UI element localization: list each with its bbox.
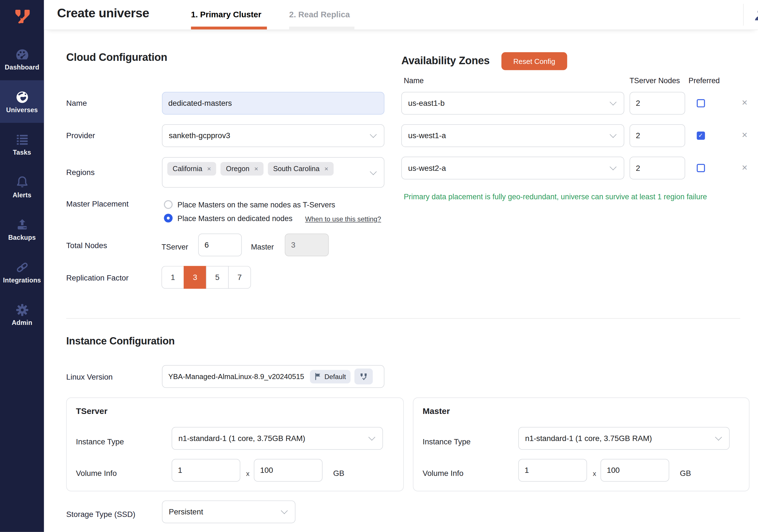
master-card-title: Master xyxy=(423,406,450,416)
sidebar-item-label: Tasks xyxy=(13,149,31,156)
rf-option-5[interactable]: 5 xyxy=(206,266,228,289)
radio-masters-dedicated-nodes-label: Place Masters on dedicated nodes xyxy=(178,214,293,223)
radio-masters-same-nodes[interactable] xyxy=(164,200,172,209)
cloud-config-heading: Cloud Configuration xyxy=(66,52,167,64)
header-divider xyxy=(743,4,744,26)
sidebar-item-universes[interactable]: Universes xyxy=(0,80,44,123)
chevron-down-icon xyxy=(610,98,617,105)
remove-region-icon[interactable]: × xyxy=(207,165,211,173)
az-select-row-3[interactable]: us-west2-a xyxy=(401,157,624,179)
az-nodes-input-row-2[interactable] xyxy=(630,124,685,147)
radio-masters-dedicated-nodes[interactable] xyxy=(164,214,172,223)
task-list-icon xyxy=(15,132,29,147)
master-placement-label: Master Placement xyxy=(66,200,128,208)
az-preferred-checkbox-row-3[interactable] xyxy=(697,164,705,172)
tserver-volume-count-input[interactable] xyxy=(172,459,240,481)
storage-type-value: Persistent xyxy=(169,508,203,516)
linux-version-select[interactable]: YBA-Managed-AlmaLinux-8.9_v20240515 Defa… xyxy=(162,365,384,388)
tserver-volume-size-input[interactable] xyxy=(254,459,323,481)
storage-type-select[interactable]: Persistent xyxy=(162,500,295,523)
tserver-nodes-input[interactable] xyxy=(198,233,242,256)
geo-redundancy-status: Primary data placement is fully geo-redu… xyxy=(404,193,707,201)
provider-label: Provider xyxy=(66,131,95,140)
tserver-instance-type-select[interactable]: n1-standard-1 (1 core, 3.75GB RAM) xyxy=(172,427,383,450)
az-remove-icon-row-1[interactable] xyxy=(740,98,749,107)
upload-backup-icon xyxy=(15,217,29,232)
yugabyte-y-icon xyxy=(12,6,33,27)
globe-icon xyxy=(15,89,29,105)
az-preferred-checkbox-row-2[interactable] xyxy=(697,131,705,140)
replication-factor-group: 1 3 5 7 xyxy=(161,266,251,289)
rf-option-7[interactable]: 7 xyxy=(228,266,251,289)
linux-version-label: Linux Version xyxy=(66,373,113,381)
region-chip-label: California xyxy=(173,165,202,173)
rf-option-1[interactable]: 1 xyxy=(161,266,184,289)
sidebar-item-dashboard[interactable]: Dashboard xyxy=(0,38,44,80)
master-volume-size-input[interactable] xyxy=(601,459,669,481)
bell-icon xyxy=(15,174,29,190)
sidebar-item-label: Universes xyxy=(6,106,38,114)
yugabyte-logo[interactable] xyxy=(0,3,44,30)
az-name: us-east1-b xyxy=(408,99,445,107)
universe-name-input[interactable] xyxy=(162,92,384,115)
az-col-preferred: Preferred xyxy=(689,77,720,85)
sidebar-item-tasks[interactable]: Tasks xyxy=(0,123,44,165)
sidebar-item-label: Alerts xyxy=(13,192,31,199)
sidebar-nav: Dashboard Universes xyxy=(0,38,44,336)
master-instance-type-select[interactable]: n1-standard-1 (1 core, 3.75GB RAM) xyxy=(518,427,730,450)
create-universe-page: Dashboard Universes xyxy=(0,0,758,532)
az-name: us-west1-a xyxy=(408,131,446,140)
total-nodes-label: Total Nodes xyxy=(66,241,107,250)
tab-primary-cluster[interactable]: 1. Primary Cluster xyxy=(191,0,261,30)
master-instance-type-value: n1-standard-1 (1 core, 3.75GB RAM) xyxy=(525,434,652,443)
instance-config-heading: Instance Configuration xyxy=(66,335,175,347)
provider-select[interactable]: sanketh-gcpprov3 xyxy=(162,124,384,147)
sidebar: Dashboard Universes xyxy=(0,0,44,532)
sidebar-item-backups[interactable]: Backups xyxy=(0,208,44,250)
user-avatar-icon[interactable] xyxy=(752,6,758,23)
az-remove-icon-row-2[interactable] xyxy=(740,131,749,139)
regions-multiselect[interactable]: California× Oregon× South Carolina× xyxy=(162,157,384,188)
volume-info-label: Volume Info xyxy=(76,469,117,478)
az-select-row-1[interactable]: us-east1-b xyxy=(401,92,624,115)
remove-region-icon[interactable]: × xyxy=(324,165,328,173)
az-nodes-input-row-1[interactable] xyxy=(630,92,685,115)
region-chip-label: South Carolina xyxy=(273,165,320,173)
section-divider xyxy=(66,318,740,319)
default-badge: Default xyxy=(310,370,351,383)
name-label: Name xyxy=(66,99,87,108)
flag-icon xyxy=(315,373,321,380)
sidebar-item-label: Backups xyxy=(8,234,36,241)
az-select-row-2[interactable]: us-west1-a xyxy=(401,124,624,147)
tserver-card: TServer Instance Type n1-standard-1 (1 c… xyxy=(66,398,403,491)
sidebar-item-label: Admin xyxy=(12,319,32,326)
remove-region-icon[interactable]: × xyxy=(254,165,258,173)
yugabyte-managed-icon[interactable] xyxy=(355,369,373,384)
sidebar-item-admin[interactable]: Admin xyxy=(0,293,44,336)
main-content: Cloud Configuration Name Provider sanket… xyxy=(44,30,758,532)
master-volume-count-input[interactable] xyxy=(518,459,587,481)
when-to-use-link[interactable]: When to use this setting? xyxy=(305,215,381,223)
az-nodes-input-row-3[interactable] xyxy=(630,157,685,179)
provider-value: sanketh-gcpprov3 xyxy=(169,131,230,140)
region-chip-label: Oregon xyxy=(226,165,250,173)
chevron-down-icon xyxy=(610,163,617,170)
sidebar-item-label: Integrations xyxy=(3,277,41,284)
region-chip: South Carolina× xyxy=(268,162,334,176)
sidebar-item-alerts[interactable]: Alerts xyxy=(0,165,44,208)
rf-option-3[interactable]: 3 xyxy=(184,266,206,289)
volume-multiplier: x xyxy=(593,470,596,477)
linux-version-value: YBA-Managed-AlmaLinux-8.9_v20240515 xyxy=(168,372,304,380)
gear-icon xyxy=(15,302,29,318)
sidebar-item-label: Dashboard xyxy=(5,64,39,71)
tserver-count-label: TServer xyxy=(161,243,189,252)
az-preferred-checkbox-row-1[interactable] xyxy=(697,99,705,107)
az-remove-icon-row-3[interactable] xyxy=(740,163,749,172)
chevron-down-icon xyxy=(610,131,617,138)
volume-unit-label: GB xyxy=(333,469,344,478)
sidebar-item-integrations[interactable]: Integrations xyxy=(0,250,44,293)
reset-config-button[interactable]: Reset Config xyxy=(501,52,568,70)
tab-read-replica[interactable]: 2. Read Replica xyxy=(289,0,350,30)
chevron-down-icon xyxy=(368,434,375,441)
dashboard-gauge-icon xyxy=(14,47,30,62)
